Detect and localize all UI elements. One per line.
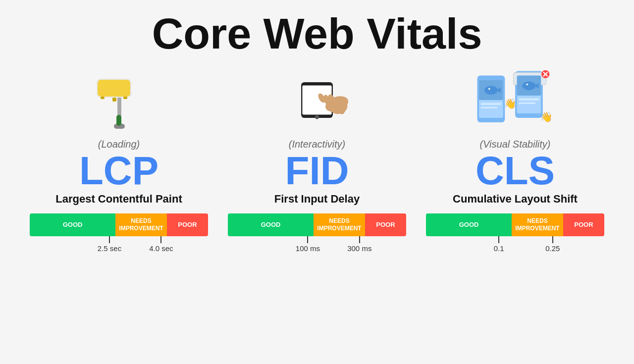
cls-bar-container: GOOD NEEDS IMPROVEMENT POOR 0.1 0.25 xyxy=(426,213,604,251)
cls-bar-needs: NEEDS IMPROVEMENT xyxy=(512,213,563,236)
svg-rect-8 xyxy=(116,115,121,126)
fid-tick-1: 100 ms xyxy=(296,236,320,253)
cls-name: Cumulative Layout Shift xyxy=(453,193,578,206)
lcp-abbr: LCP xyxy=(79,151,158,191)
svg-rect-25 xyxy=(481,106,498,108)
svg-text:👋: 👋 xyxy=(504,97,517,109)
fid-tick-2: 300 ms xyxy=(347,236,371,253)
svg-rect-7 xyxy=(123,97,127,99)
fid-name: First Input Delay xyxy=(274,193,360,206)
svg-point-11 xyxy=(315,115,319,119)
fid-tick-2-label: 300 ms xyxy=(347,244,371,253)
fid-bar-container: GOOD NEEDS IMPROVEMENT POOR 100 ms 300 m… xyxy=(228,213,406,251)
lcp-tick-2-line xyxy=(160,236,161,243)
lcp-bar-container: GOOD NEEDS IMPROVEMENT POOR 2.5 sec 4.0 … xyxy=(30,213,208,251)
cls-tick-2-line xyxy=(552,236,553,243)
svg-rect-5 xyxy=(101,97,105,99)
fid-icon xyxy=(277,65,357,135)
svg-text:👋: 👋 xyxy=(540,110,553,122)
svg-point-23 xyxy=(488,88,490,90)
cls-icon: Banner 👋 👋 xyxy=(471,65,560,135)
lcp-bar-poor: POOR xyxy=(167,213,208,236)
cls-tick-2-label: 0.25 xyxy=(545,244,560,253)
lcp-bar-good: GOOD xyxy=(30,213,115,236)
cls-tick-1-line xyxy=(498,236,499,243)
svg-rect-35 xyxy=(519,102,535,104)
fid-tick-area: 100 ms 300 ms xyxy=(228,236,406,251)
svg-point-31 xyxy=(522,81,535,90)
lcp-tick-area: 2.5 sec 4.0 sec xyxy=(30,236,208,251)
fid-tick-2-line xyxy=(359,236,360,243)
cls-abbr: CLS xyxy=(476,151,555,191)
metric-lcp: (Loading) LCP Largest Contentful Paint G… xyxy=(25,65,213,251)
svg-rect-4 xyxy=(98,80,130,97)
page-title: Core Web Vitals xyxy=(152,10,482,58)
cls-tick-1: 0.1 xyxy=(494,236,504,253)
cls-tick-2: 0.25 xyxy=(545,236,560,253)
lcp-tick-1-line xyxy=(109,236,110,243)
metric-cls: Banner 👋 👋 (Visual Stability) CLS Cumula… xyxy=(421,65,609,251)
svg-rect-34 xyxy=(519,98,539,101)
svg-rect-6 xyxy=(112,98,116,102)
cls-bar: GOOD NEEDS IMPROVEMENT POOR xyxy=(426,213,604,236)
svg-point-33 xyxy=(527,83,528,85)
fid-bar-needs: NEEDS IMPROVEMENT xyxy=(314,213,365,236)
fid-tick-1-label: 100 ms xyxy=(296,244,320,253)
lcp-icon xyxy=(87,65,151,135)
fid-bar-poor: POOR xyxy=(365,213,406,236)
svg-rect-24 xyxy=(481,103,501,105)
lcp-name: Largest Contentful Paint xyxy=(55,193,182,206)
cls-bar-poor: POOR xyxy=(563,213,604,236)
fid-bar-good: GOOD xyxy=(228,213,314,236)
fid-tick-1-line xyxy=(307,236,308,243)
metric-fid: (Interactivity) FID First Input Delay GO… xyxy=(223,65,411,251)
lcp-tick-2: 4.0 sec xyxy=(149,236,173,253)
cls-tick-area: 0.1 0.25 xyxy=(426,236,604,251)
metrics-row: (Loading) LCP Largest Contentful Paint G… xyxy=(20,65,614,251)
fid-abbr: FID xyxy=(285,151,349,191)
lcp-bar: GOOD NEEDS IMPROVEMENT POOR xyxy=(30,213,208,236)
fid-bar: GOOD NEEDS IMPROVEMENT POOR xyxy=(228,213,406,236)
lcp-bar-needs: NEEDS IMPROVEMENT xyxy=(115,213,167,236)
cls-bar-good: GOOD xyxy=(426,213,512,236)
lcp-tick-2-label: 4.0 sec xyxy=(149,244,173,253)
cls-tick-1-label: 0.1 xyxy=(494,244,504,253)
lcp-tick-1: 2.5 sec xyxy=(98,236,121,253)
lcp-tick-1-label: 2.5 sec xyxy=(98,244,121,253)
svg-point-21 xyxy=(484,86,498,95)
